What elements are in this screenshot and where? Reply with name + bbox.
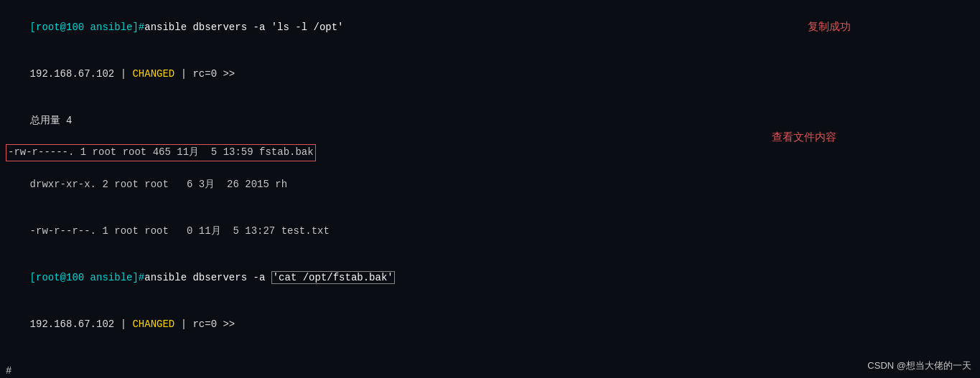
line-blank xyxy=(6,348,974,364)
rc-1: | rc=0 >> xyxy=(174,68,235,80)
line-8: 192.168.67.102 | CHANGED | rc=0 >> xyxy=(6,301,974,348)
line-4: -rw-r-----. 1 root root 465 11月 5 13:59 … xyxy=(6,144,974,161)
line-5: drwxr-xr-x. 2 root root 6 3月 26 2015 rh xyxy=(6,161,974,208)
prompt-2: [root@100 ansible]# xyxy=(30,272,145,283)
ip-1: 192.168.67.102 | xyxy=(30,68,133,80)
rc-2: | rc=0 >> xyxy=(174,318,235,330)
changed-2: CHANGED xyxy=(132,318,174,330)
cmd-2-arg: 'cat /opt/fstab.bak' xyxy=(271,271,395,284)
cmd-2: ansible dbservers -a xyxy=(144,272,271,283)
fstab-highlight: -rw-r-----. 1 root root 465 11月 5 13:59 … xyxy=(6,144,316,161)
total-1: 总用量 4 xyxy=(30,115,73,126)
fstab-1: # xyxy=(6,364,974,378)
footer: CSDN @想当大佬的一天 xyxy=(867,359,971,372)
cmd-1: ansible dbservers -a 'ls -l /opt' xyxy=(144,22,343,33)
terminal: [root@100 ansible]#ansible dbservers -a … xyxy=(0,0,980,378)
prompt-1: [root@100 ansible]# xyxy=(30,22,145,33)
line-7: [root@100 ansible]#ansible dbservers -a … xyxy=(6,255,974,301)
changed-1: CHANGED xyxy=(132,68,174,80)
line-2: 192.168.67.102 | CHANGED | rc=0 >> xyxy=(6,51,974,98)
line-6-text: -rw-r--r--. 1 root root 0 11月 5 13:27 te… xyxy=(30,225,330,237)
annotation-view-content: 查看文件内容 xyxy=(772,131,836,144)
ip-2: 192.168.67.102 | xyxy=(30,318,133,330)
line-6: -rw-r--r--. 1 root root 0 11月 5 13:27 te… xyxy=(6,208,974,255)
annotation-copy-success: 复制成功 xyxy=(808,20,851,34)
line-5-text: drwxr-xr-x. 2 root root 6 3月 26 2015 rh xyxy=(30,179,287,190)
